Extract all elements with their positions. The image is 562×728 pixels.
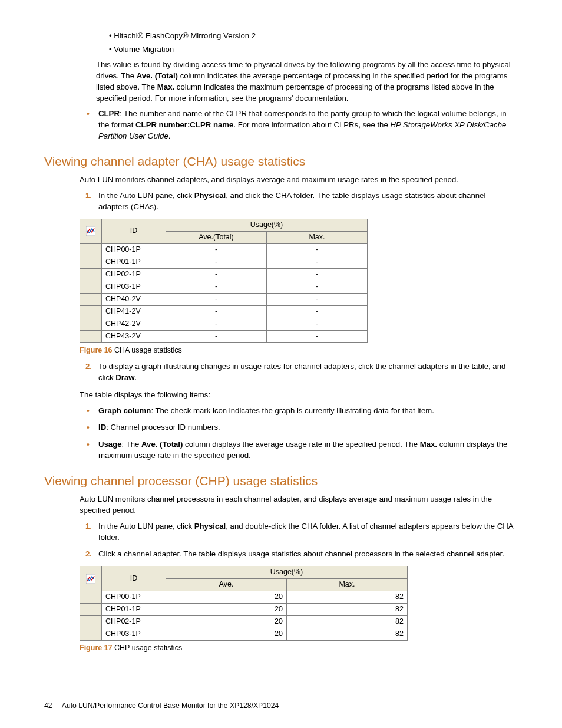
chp-usage-table: ID Usage(%) Ave. Max. CHP00-1P2082 CHP01… — [80, 566, 408, 641]
intro-clpr-bullet: CLPR: The number and name of the CLPR th… — [85, 108, 518, 141]
table-row[interactable]: CHP00-1P-- — [80, 243, 368, 256]
col-header-usage[interactable]: Usage(%) — [166, 219, 368, 231]
section-heading-chp: Viewing channel processor (CHP) usage st… — [44, 472, 518, 490]
chp-lead: Auto LUN monitors channel processors in … — [80, 494, 518, 516]
section-heading-cha: Viewing channel adapter (CHA) usage stat… — [44, 153, 518, 170]
page-number: 42 — [44, 701, 52, 710]
col-header-ave[interactable]: Ave.(Total) — [166, 231, 267, 243]
col-header-ave[interactable]: Ave. — [166, 579, 287, 591]
table-row[interactable]: CHP02-1P2082 — [80, 616, 408, 628]
bullet-item: Usage: The Ave. (Total) column displays … — [85, 439, 518, 461]
chart-icon — [86, 574, 95, 584]
table-row[interactable]: CHP03-1P-- — [80, 281, 368, 293]
chp-step-2: Click a channel adapter. The table displ… — [85, 549, 518, 560]
graph-column-header[interactable] — [80, 219, 102, 243]
table-row[interactable]: CHP42-2V-- — [80, 318, 368, 330]
intro-sub-bullets: Hitachi® FlashCopy® Mirroring Version 2 … — [109, 31, 518, 55]
cha-column-descriptions: Graph column: The check mark icon indica… — [85, 406, 518, 462]
bullet-item: Hitachi® FlashCopy® Mirroring Version 2 — [109, 31, 518, 42]
col-header-max[interactable]: Max. — [267, 231, 368, 243]
cha-items-intro: The table displays the following items: — [80, 390, 518, 401]
table-row[interactable]: CHP41-2V-- — [80, 305, 368, 318]
intro-paragraph: This value is found by dividing access t… — [96, 60, 518, 104]
table-row[interactable]: CHP03-1P2082 — [80, 628, 408, 641]
cha-usage-table: ID Usage(%) Ave.(Total) Max. CHP00-1P-- … — [80, 219, 368, 343]
col-header-id[interactable]: ID — [102, 566, 166, 591]
page-footer: 42 Auto LUN/Performance Control Base Mon… — [44, 701, 518, 711]
cha-step-2: To display a graph illustrating changes … — [85, 361, 518, 383]
chp-step-1: In the Auto LUN pane, click Physical, an… — [85, 521, 518, 543]
table-row[interactable]: CHP02-1P-- — [80, 268, 368, 281]
table-row[interactable]: CHP43-2V-- — [80, 330, 368, 342]
cha-lead: Auto LUN monitors channel adapters, and … — [80, 174, 518, 186]
col-header-usage[interactable]: Usage(%) — [166, 566, 408, 579]
table-row[interactable]: CHP01-1P2082 — [80, 604, 408, 616]
chart-icon — [86, 226, 95, 236]
cha-step-1: In the Auto LUN pane, click Physical, an… — [85, 190, 518, 212]
col-header-id[interactable]: ID — [102, 219, 166, 243]
bullet-item: CLPR: The number and name of the CLPR th… — [85, 108, 518, 141]
bullet-item: ID: Channel processor ID numbers. — [85, 422, 518, 433]
figure-16-caption: Figure 16 CHA usage statistics — [80, 345, 518, 356]
bullet-item: Volume Migration — [109, 44, 518, 55]
table-row[interactable]: CHP01-1P-- — [80, 256, 368, 268]
footer-title: Auto LUN/Performance Control Base Monito… — [62, 701, 279, 710]
graph-column-header[interactable] — [80, 566, 102, 591]
table-row[interactable]: CHP40-2V-- — [80, 293, 368, 305]
bullet-item: Graph column: The check mark icon indica… — [85, 406, 518, 417]
col-header-max[interactable]: Max. — [287, 579, 408, 591]
figure-17-caption: Figure 17 CHP usage statistics — [80, 643, 518, 654]
table-row[interactable]: CHP00-1P2082 — [80, 591, 408, 604]
